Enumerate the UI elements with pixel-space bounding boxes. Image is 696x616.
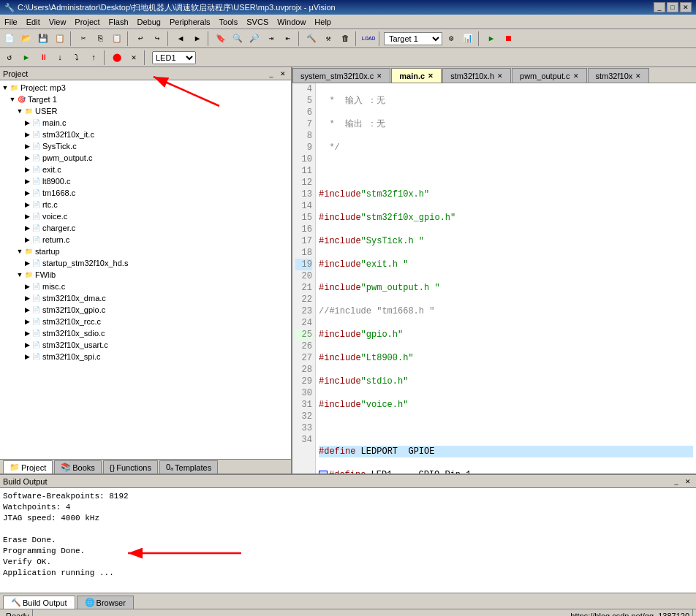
project-minimize[interactable]: _ <box>266 69 276 79</box>
build-tab-browser[interactable]: 🌐 Browser <box>77 596 134 609</box>
copy-button[interactable]: ⎘ <box>92 31 108 47</box>
tree-file-tm1668[interactable]: ▶ 📄 tm1668.c <box>1 187 290 199</box>
tree-fwlib-folder[interactable]: ▼ 📁 FWlib <box>1 269 290 281</box>
options-button[interactable]: 📊 <box>460 31 476 47</box>
build-button[interactable]: 🔨 <box>303 31 319 47</box>
expander-usart[interactable]: ▶ <box>23 341 31 349</box>
tab-project[interactable]: 📁 Project <box>3 460 53 474</box>
editor-tab-stm32h-close[interactable]: ✕ <box>497 72 503 80</box>
debug-stop-button[interactable]: ⏹ <box>500 31 516 47</box>
editor-tab-pwm[interactable]: pwm_output.c ✕ <box>512 68 586 83</box>
expander-startup[interactable]: ▼ <box>16 248 23 255</box>
editor-tab-stm32x-close[interactable]: ✕ <box>635 72 641 80</box>
expander-project[interactable]: ▼ <box>1 84 9 91</box>
reset-button[interactable]: ↺ <box>1 50 18 66</box>
indent-button[interactable]: ⇥ <box>263 31 279 47</box>
rebuild-button[interactable]: ⚒ <box>320 31 336 47</box>
tree-user-folder[interactable]: ▼ 📁 USER <box>1 105 290 117</box>
editor-tab-system[interactable]: system_stm32f10x.c ✕ <box>292 68 390 83</box>
expander-sdio[interactable]: ▶ <box>23 330 31 337</box>
project-close[interactable]: ✕ <box>278 69 288 79</box>
clear-bp-button[interactable]: ✕ <box>126 50 142 66</box>
stepover-button[interactable]: ⤵ <box>69 50 85 66</box>
tree-file-spi[interactable]: ▶ 📄 stm32f10x_spi.c <box>1 351 290 362</box>
tree-file-exit[interactable]: ▶ 📄 exit.c <box>1 164 290 175</box>
save-button[interactable]: 💾 <box>35 31 51 47</box>
expander-startup-s[interactable]: ▶ <box>23 259 31 267</box>
step-button[interactable]: ↓ <box>52 50 68 66</box>
tree-target1[interactable]: ▼ 🎯 Target 1 <box>1 94 290 105</box>
tree-file-main[interactable]: ▶ 📄 main.c <box>1 117 290 129</box>
new-button[interactable]: 📄 <box>1 31 18 47</box>
editor-tab-pwm-close[interactable]: ✕ <box>573 72 579 80</box>
redo-button[interactable]: ↪ <box>149 31 165 47</box>
led-select[interactable]: LED1 <box>152 51 196 64</box>
tab-functions[interactable]: {} Functions <box>103 460 158 474</box>
tree-project[interactable]: ▼ 📁 Project: mp3 <box>1 82 290 94</box>
run-button[interactable]: ▶ <box>18 50 34 66</box>
manage-button[interactable]: ⚙ <box>443 31 459 47</box>
tree-file-rcc[interactable]: ▶ 📄 stm32f10x_rcc.c <box>1 316 290 327</box>
expander-user[interactable]: ▼ <box>16 107 23 115</box>
expander-voice[interactable]: ▶ <box>23 213 31 220</box>
editor-tab-stm32h[interactable]: stm32f10x.h ✕ <box>442 68 511 83</box>
tree-file-voice[interactable]: ▶ 📄 voice.c <box>1 210 290 222</box>
expander-rcc[interactable]: ▶ <box>23 318 31 325</box>
menu-help[interactable]: Help <box>310 15 336 28</box>
nav-forward-button[interactable]: ▶ <box>189 31 205 47</box>
tree-file-pwm[interactable]: ▶ 📄 pwm_output.c <box>1 152 290 164</box>
tab-books[interactable]: 📚 Books <box>54 460 102 474</box>
menu-debug[interactable]: Debug <box>133 15 165 28</box>
expander-stm32it[interactable]: ▶ <box>23 131 31 138</box>
expander-pwm[interactable]: ▶ <box>23 154 31 161</box>
tree-file-dma[interactable]: ▶ 📄 stm32f10x_dma.c <box>1 292 290 304</box>
unindent-button[interactable]: ⇤ <box>280 31 296 47</box>
menu-edit[interactable]: Edit <box>22 15 45 28</box>
menu-view[interactable]: View <box>45 15 71 28</box>
code-content[interactable]: * 输入 ：无 * 输出 ：无 */ #include "stm32f10x.h… <box>316 83 696 474</box>
close-button[interactable]: ✕ <box>680 2 692 12</box>
expander-dma[interactable]: ▶ <box>23 294 31 302</box>
tree-file-return[interactable]: ▶ 📄 return.c <box>1 234 290 246</box>
expander-return[interactable]: ▶ <box>23 236 31 243</box>
tree-file-usart[interactable]: ▶ 📄 stm32f10x_usart.c <box>1 339 290 351</box>
tree-startup-folder[interactable]: ▼ 📁 startup <box>1 246 290 257</box>
expander-misc[interactable]: ▶ <box>23 283 31 290</box>
expander-main[interactable]: ▶ <box>23 119 31 126</box>
target-select[interactable]: Target 1 <box>384 32 442 45</box>
editor-tab-main[interactable]: main.c ✕ <box>391 68 442 83</box>
stop-button[interactable]: ⏸ <box>35 50 51 66</box>
expander-fwlib[interactable]: ▼ <box>16 271 23 278</box>
tree-file-lt8900[interactable]: ▶ 📄 lt8900.c <box>1 175 290 187</box>
expander-spi[interactable]: ▶ <box>23 353 31 360</box>
editor-tab-system-close[interactable]: ✕ <box>377 72 382 80</box>
build-tab-output[interactable]: 🔨 Build Output <box>3 596 75 609</box>
expander-exit[interactable]: ▶ <box>23 166 31 173</box>
minimize-button[interactable]: _ <box>654 2 665 12</box>
expander-gpio[interactable]: ▶ <box>23 306 31 313</box>
expander-target[interactable]: ▼ <box>9 96 16 103</box>
open-button[interactable]: 📂 <box>18 31 34 47</box>
tree-file-rtc[interactable]: ▶ 📄 rtc.c <box>1 199 290 210</box>
find2-button[interactable]: 🔎 <box>246 31 262 47</box>
stepout-button[interactable]: ↑ <box>86 50 102 66</box>
menu-flash[interactable]: Flash <box>105 15 133 28</box>
tree-file-startup-s[interactable]: ▶ 📄 startup_stm32f10x_hd.s <box>1 257 290 269</box>
menu-tools[interactable]: Tools <box>215 15 243 28</box>
paste-button[interactable]: 📋 <box>109 31 125 47</box>
menu-project[interactable]: Project <box>70 15 104 28</box>
expander-tm1668[interactable]: ▶ <box>23 189 31 197</box>
tab-templates[interactable]: 0ₐ Templates <box>159 460 218 474</box>
breakpoint-button[interactable]: ⬤ <box>109 50 125 66</box>
tree-file-charger[interactable]: ▶ 📄 charger.c <box>1 222 290 234</box>
cut-button[interactable]: ✂ <box>75 31 91 47</box>
expander-rtc[interactable]: ▶ <box>23 201 31 208</box>
expander-systick[interactable]: ▶ <box>23 142 31 150</box>
save-all-button[interactable]: 📋 <box>52 31 68 47</box>
clean-button[interactable]: 🗑 <box>337 31 353 47</box>
tree-file-stm32it[interactable]: ▶ 📄 stm32f10x_it.c <box>1 129 290 140</box>
maximize-button[interactable]: □ <box>667 2 678 12</box>
bookmark-button[interactable]: 🔖 <box>213 31 229 47</box>
expander-charger[interactable]: ▶ <box>23 224 31 232</box>
menu-peripherals[interactable]: Peripherals <box>165 15 215 28</box>
